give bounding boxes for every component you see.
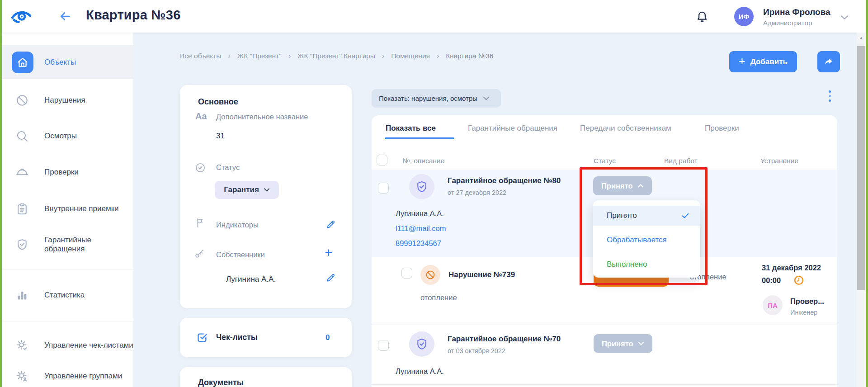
row-date: от 27 декабря 2022 xyxy=(448,189,506,196)
sidebar-item-label: Статистика xyxy=(44,291,85,300)
owner-email-link[interactable]: l111@mail.com xyxy=(396,224,446,233)
row-checkbox[interactable] xyxy=(401,268,412,278)
tab-owner-transfers[interactable]: Передачи собственникам xyxy=(580,124,671,133)
sidebar-item-statistics[interactable]: Статистика xyxy=(2,278,133,312)
chevron-down-icon xyxy=(638,341,644,346)
checkmark-icon xyxy=(680,211,690,220)
screen-edge-left xyxy=(0,0,2,387)
row-date: от 03 октября 2022 xyxy=(448,347,505,354)
scrollbar-thumb[interactable] xyxy=(857,46,865,290)
row-checkbox[interactable] xyxy=(378,183,389,194)
sidebar-item-objects[interactable]: Объекты xyxy=(2,45,133,79)
tab-inspections[interactable]: Проверки xyxy=(705,124,739,133)
status-pill-claim-70[interactable]: Принято xyxy=(594,334,652,353)
owner-phone-link[interactable]: 89991234567 xyxy=(396,239,441,248)
show-filter-dropdown[interactable]: Показать: нарушения, осмотры xyxy=(372,89,501,108)
tab-show-all[interactable]: Показать все xyxy=(386,124,436,133)
sidebar-item-violations[interactable]: Нарушения xyxy=(2,83,133,118)
status-option-accepted[interactable]: Принято xyxy=(593,206,700,226)
page-title: Квартира №36 xyxy=(86,8,181,23)
breadcrumb-item[interactable]: ЖК "Презент" Квартиры xyxy=(297,52,375,60)
sidebar-item-surveys[interactable]: Осмотры xyxy=(2,119,133,153)
status-label: Статус xyxy=(216,163,240,172)
scrollbar-up-arrow[interactable]: ▲ xyxy=(857,35,866,40)
flag-icon xyxy=(194,217,206,229)
status-option-label: Обрабатывается xyxy=(607,236,667,245)
add-button[interactable]: + Добавить xyxy=(729,51,797,72)
fix-time: 00:00 xyxy=(762,276,781,285)
sidebar-item-label: Нарушения xyxy=(44,96,85,105)
documents-card: Документы xyxy=(180,367,352,387)
status-option-label: Принято xyxy=(607,211,637,220)
hard-hat-icon xyxy=(15,165,29,179)
column-header-status: Статус xyxy=(594,157,616,165)
violation-description: отопление xyxy=(420,293,457,302)
show-filter-label: Показать: нарушения, осмотры xyxy=(379,94,477,102)
add-owner-button[interactable]: + xyxy=(325,246,333,260)
warranty-claim-icon xyxy=(409,174,434,199)
row-title[interactable]: Нарушение №739 xyxy=(448,270,515,279)
back-arrow-button[interactable] xyxy=(58,10,72,23)
edit-indicators-pencil-icon[interactable] xyxy=(326,219,336,230)
row-title[interactable]: Гарантийное обращение №70 xyxy=(448,335,561,344)
status-option-processing[interactable]: Обрабатывается xyxy=(593,230,700,250)
share-button[interactable] xyxy=(817,51,840,72)
share-forward-icon xyxy=(823,57,835,67)
column-header-resolution: Устранение xyxy=(760,157,798,165)
notification-bell-icon[interactable] xyxy=(695,10,709,24)
status-pill-label: Принято xyxy=(602,340,633,348)
main-info-card: Основное Aa Дополнительное название 31 С… xyxy=(180,85,352,308)
plus-icon: + xyxy=(739,56,745,67)
sidebar: Объекты Нарушения Осмотры Проверки xyxy=(2,33,133,387)
user-menu-chevron-down-icon[interactable] xyxy=(840,14,849,21)
user-initials: ИФ xyxy=(739,13,750,20)
more-options-button[interactable] xyxy=(829,90,831,104)
status-dropdown-menu: Принято Обрабатывается Выполнено xyxy=(593,200,700,278)
breadcrumb-item[interactable]: Все объекты xyxy=(180,52,222,60)
breadcrumb-item[interactable]: ЖК "Презент" xyxy=(237,52,282,60)
user-name: Ирина Фролова xyxy=(763,7,830,17)
search-icon xyxy=(15,129,29,143)
sidebar-item-label: Гарантийные обращения xyxy=(44,236,133,254)
ban-icon xyxy=(15,94,29,107)
edit-owner-pencil-icon[interactable] xyxy=(326,272,336,283)
sidebar-item-checks[interactable]: Проверки xyxy=(2,155,133,189)
breadcrumb-separator: › xyxy=(382,52,384,60)
top-header: Квартира №36 ИФ Ирина Фролова Администра… xyxy=(0,0,868,33)
sidebar-item-internal-acceptances[interactable]: Внутренние приемки xyxy=(2,192,133,226)
fix-date: 31 декабря 2022 xyxy=(762,264,821,272)
user-role: Администратор xyxy=(763,19,812,27)
status-pill-claim-80-open[interactable]: Принято xyxy=(593,176,652,195)
sidebar-item-group-management[interactable]: Управление группами xyxy=(2,359,133,387)
status-option-label: Выполнено xyxy=(607,260,647,269)
owner-name: Лугинина А.А. xyxy=(396,209,444,218)
chevron-down-icon xyxy=(264,188,270,192)
owners-label: Собственники xyxy=(216,250,265,259)
screen-edge-right xyxy=(866,0,868,387)
status-option-done[interactable]: Выполнено xyxy=(593,255,700,274)
home-icon xyxy=(12,52,33,73)
indicators-label: Индикаторы xyxy=(216,221,259,229)
tab-warranty-claims[interactable]: Гарантийные обращения xyxy=(468,124,557,133)
status-pill-label: Принято xyxy=(601,182,633,190)
active-tab-underline xyxy=(385,137,454,139)
owner-name: Лугинина А.А. xyxy=(226,275,276,284)
select-all-checkbox[interactable] xyxy=(377,155,387,165)
checklist-icon xyxy=(196,331,208,344)
breadcrumb: Все объекты › ЖК "Презент" › ЖК "Презент… xyxy=(180,52,493,60)
breadcrumb-item[interactable]: Помещения xyxy=(391,52,430,60)
sidebar-item-checklist-management[interactable]: Управление чек-листами xyxy=(2,328,133,363)
status-select[interactable]: Гарантия xyxy=(215,181,279,199)
assignee-name: Провер... xyxy=(790,297,824,306)
row-title[interactable]: Гарантийное обращение №80 xyxy=(448,176,561,185)
sidebar-item-label: Управление чек-листами xyxy=(44,341,133,350)
breadcrumb-item-current: Квартира №36 xyxy=(446,52,493,60)
sidebar-item-warranty-claims[interactable]: Гарантийные обращения xyxy=(2,227,133,262)
sidebar-item-label: Объекты xyxy=(44,58,76,67)
row-checkbox[interactable] xyxy=(378,340,389,351)
checklists-card[interactable]: Чек-листы 0 xyxy=(180,318,352,357)
user-avatar[interactable]: ИФ xyxy=(734,7,754,26)
gear-check-icon xyxy=(15,339,29,352)
sidebar-divider xyxy=(2,321,133,321)
card-title: Основное xyxy=(198,97,238,107)
